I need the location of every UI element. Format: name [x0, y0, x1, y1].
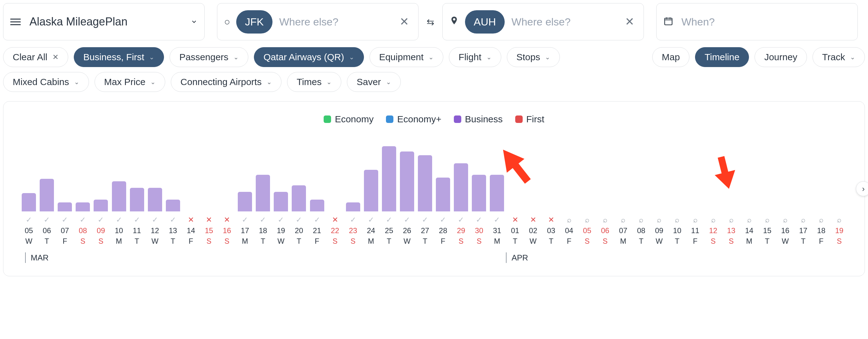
day-column[interactable]: ⌕18F [812, 143, 830, 246]
track-view-button[interactable]: Track⌄ [812, 47, 865, 67]
date-weekday: W [529, 237, 537, 246]
day-column[interactable]: ⌕07M [614, 143, 632, 246]
day-column[interactable]: ✕16S [218, 143, 236, 246]
swap-icon[interactable]: ⇆ [427, 17, 434, 27]
day-column[interactable]: ✕01T [506, 143, 524, 246]
origin-input[interactable]: ○ JFK Where else? ✕ [217, 3, 418, 40]
stops-filter[interactable]: Stops⌄ [507, 47, 560, 67]
clear-origin-icon[interactable]: ✕ [397, 15, 411, 28]
day-column[interactable]: ✓10M [110, 143, 127, 246]
origin-chip[interactable]: JFK [236, 10, 272, 33]
equipment-filter[interactable]: Equipment⌄ [370, 47, 443, 67]
day-column[interactable]: ✓06T [38, 143, 56, 246]
day-column[interactable]: ✓13T [164, 143, 182, 246]
day-column[interactable]: ⌕17T [795, 143, 812, 246]
day-column[interactable]: ✓05W [20, 143, 37, 246]
day-column[interactable]: ✕15S [200, 143, 218, 246]
day-column[interactable]: ✕14F [182, 143, 199, 246]
availability-bar [130, 188, 144, 211]
month-label-apr: APR [506, 252, 528, 263]
search-icon: ⌕ [693, 216, 698, 224]
day-column[interactable]: ⌕11F [686, 143, 704, 246]
clear-all-button[interactable]: Clear All✕ [3, 47, 68, 67]
destination-input[interactable]: AUH Where else? ✕ [442, 3, 644, 40]
times-filter[interactable]: Times⌄ [287, 72, 342, 92]
date-weekday: T [513, 237, 517, 246]
max-price-filter[interactable]: Max Price⌄ [95, 72, 165, 92]
chevron-down-icon: ⌄ [149, 53, 154, 61]
day-column[interactable]: ✕03T [542, 143, 560, 246]
day-column[interactable]: ✓07F [56, 143, 73, 246]
day-column[interactable]: ⌕14M [741, 143, 758, 246]
date-number: 17 [799, 226, 808, 235]
flight-filter[interactable]: Flight⌄ [449, 47, 501, 67]
chevron-down-icon: ⌄ [150, 78, 156, 86]
search-icon: ⌕ [837, 216, 841, 224]
date-number: 06 [43, 226, 51, 235]
day-column[interactable]: ✓26W [398, 143, 416, 246]
timeline-view-button[interactable]: Timeline [695, 47, 749, 67]
day-column[interactable]: ⌕19S [831, 143, 848, 246]
day-column[interactable]: ✓30S [470, 143, 488, 246]
swatch-icon [515, 115, 523, 123]
day-column[interactable]: ✓25T [380, 143, 398, 246]
passengers-filter[interactable]: Passengers⌄ [169, 47, 248, 67]
airline-label: Qatar Airways (QR) [264, 52, 344, 62]
flight-label: Flight [459, 52, 481, 62]
day-column[interactable]: ✓28F [434, 143, 452, 246]
svg-point-0 [453, 18, 455, 21]
day-column[interactable]: ✓08S [74, 143, 91, 246]
day-column[interactable]: ✓31M [488, 143, 506, 246]
day-column[interactable]: ✓20T [290, 143, 308, 246]
day-column[interactable]: ✓11T [128, 143, 146, 246]
connecting-airports-filter[interactable]: Connecting Airports⌄ [171, 72, 281, 92]
search-icon: ⌕ [801, 216, 805, 224]
day-column[interactable]: ⌕06S [596, 143, 614, 246]
day-column[interactable]: ✓12W [146, 143, 164, 246]
date-number: 03 [547, 226, 555, 235]
day-column[interactable]: ⌕15T [758, 143, 776, 246]
saver-filter[interactable]: Saver⌄ [347, 72, 401, 92]
day-column[interactable]: ✓27T [416, 143, 434, 246]
search-icon: ⌕ [675, 216, 679, 224]
day-column[interactable]: ⌕16W [777, 143, 794, 246]
check-icon: ✓ [440, 216, 446, 224]
program-selector[interactable]: Alaska MileagePlan [3, 3, 205, 40]
cabin-label: Business, First [83, 52, 145, 62]
airline-filter[interactable]: Qatar Airways (QR)⌄ [254, 47, 364, 67]
date-number: 07 [61, 226, 69, 235]
day-column[interactable]: ✓24M [362, 143, 380, 246]
month-label-mar: MAR [25, 252, 49, 263]
legend-label: Business [465, 114, 503, 124]
day-column[interactable]: ⌕04F [560, 143, 578, 246]
date-number: 20 [295, 226, 303, 235]
cabin-filter[interactable]: Business, First⌄ [74, 47, 164, 67]
day-column[interactable]: ⌕13S [723, 143, 740, 246]
date-input[interactable]: When? [656, 3, 858, 40]
clear-destination-icon[interactable]: ✕ [622, 15, 637, 28]
day-column[interactable]: ⌕05S [579, 143, 596, 246]
mixed-cabins-filter[interactable]: Mixed Cabins⌄ [3, 72, 89, 92]
day-column[interactable]: ✓09S [92, 143, 110, 246]
day-column[interactable]: ✓29S [452, 143, 470, 246]
day-column[interactable]: ⌕09W [650, 143, 668, 246]
day-column[interactable]: ⌕08T [632, 143, 650, 246]
legend-economy-plus: Economy+ [386, 114, 441, 124]
day-column[interactable]: ⌕12S [705, 143, 722, 246]
day-column[interactable]: ⌕10T [669, 143, 686, 246]
day-column[interactable]: ✓18T [254, 143, 272, 246]
availability-bar [94, 200, 108, 211]
destination-chip[interactable]: AUH [465, 10, 505, 33]
journey-view-button[interactable]: Journey [754, 47, 807, 67]
day-column[interactable]: ✓19W [272, 143, 289, 246]
day-column[interactable]: ✕22S [327, 143, 344, 246]
date-weekday: F [63, 237, 67, 246]
date-placeholder: When? [681, 16, 850, 28]
check-icon: ✓ [152, 216, 158, 224]
day-column[interactable]: ✓23S [344, 143, 362, 246]
day-column[interactable]: ✓17M [236, 143, 254, 246]
date-number: 24 [367, 226, 375, 235]
day-column[interactable]: ✓21F [308, 143, 326, 246]
map-view-button[interactable]: Map [652, 47, 689, 67]
day-column[interactable]: ✕02W [525, 143, 542, 246]
